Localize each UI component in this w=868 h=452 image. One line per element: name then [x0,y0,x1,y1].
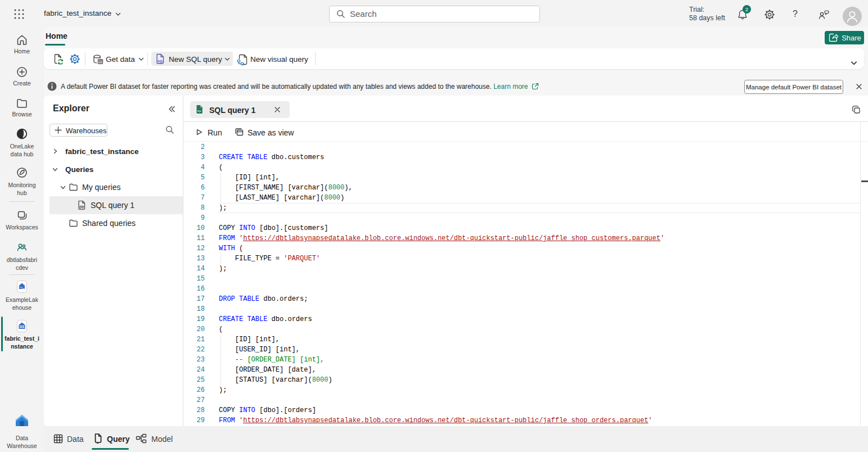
svg-text:SQL: SQL [197,110,202,112]
svg-text:SQL: SQL [158,60,163,63]
svg-text:SQL: SQL [79,206,84,209]
